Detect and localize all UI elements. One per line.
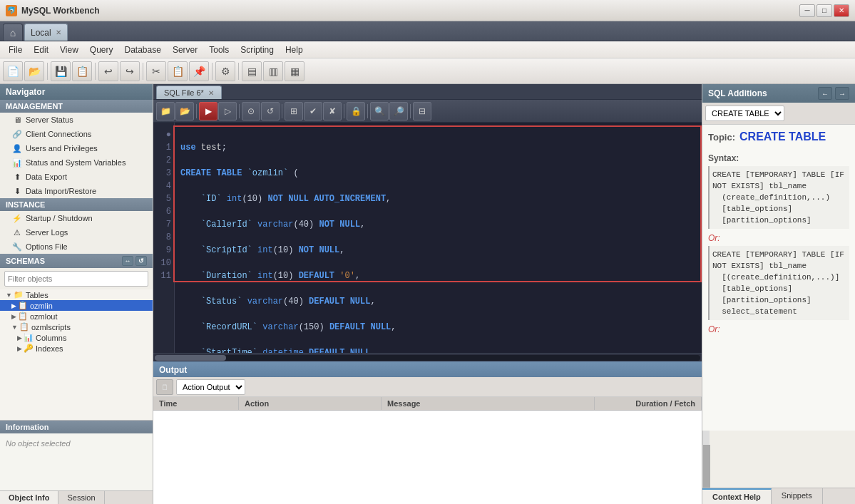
sql-table-btn[interactable]: ⊞ [285, 102, 303, 120]
tree-ozmlin[interactable]: ▶ 📋 ozmlin [0, 300, 153, 311]
users-icon: 👤 [11, 143, 23, 154]
tab-context-help[interactable]: Context Help [702, 488, 772, 504]
tree-ozmlout[interactable]: ▶ 📋 ozmlout [0, 311, 153, 322]
topic-title: CREATE TABLE [739, 130, 826, 143]
sql-commit-btn[interactable]: ✔ [304, 102, 322, 120]
menu-file[interactable]: File [3, 43, 28, 56]
export-icon: ⬆ [11, 171, 23, 182]
code-lines[interactable]: ●use test; CREATE TABLE `ozmlin` ( `ID` … [175, 123, 702, 353]
sql-find-btn[interactable]: 🔍 [370, 102, 389, 120]
toolbar-layout2[interactable]: ▥ [263, 61, 283, 81]
sql-sep-3 [282, 104, 282, 118]
app-title: MySQL Workbench [21, 6, 799, 16]
h-scroll-thumb[interactable] [155, 355, 226, 361]
code-content: ● 1 2 3 4 5 6 7 8 9 10 11 ●use test; CRE… [153, 123, 702, 353]
toolbar-undo[interactable]: ↩ [98, 61, 118, 81]
nav-fwd-btn[interactable]: → [835, 87, 849, 100]
right-scroll-thumb[interactable] [703, 445, 710, 488]
toolbar-layout1[interactable]: ▤ [242, 61, 262, 81]
col-time: Time [153, 397, 239, 410]
toolbar-copy[interactable]: 📋 [168, 61, 188, 81]
menu-server[interactable]: Server [167, 43, 203, 56]
nav-status-variables[interactable]: 📊 Status and System Variables [0, 155, 153, 170]
home-button[interactable]: ⌂ [3, 24, 23, 41]
nav-server-status[interactable]: 🖥 Server Status [0, 113, 153, 127]
menu-query[interactable]: Query [84, 43, 119, 56]
tree-ozmlscripts[interactable]: ▼ 📋 ozmlscripts [0, 322, 153, 332]
toolbar-redo[interactable]: ↪ [120, 61, 140, 81]
sql-auto-commit-btn[interactable]: 🔒 [347, 102, 365, 120]
topic-prefix: Topic: [708, 132, 735, 143]
instance-section: INSTANCE [0, 198, 153, 211]
topic-area: Topic: CREATE TABLE Syntax: CREATE [TEMP… [702, 125, 855, 431]
left-panel: Navigator MANAGEMENT 🖥 Server Status 🔗 C… [0, 84, 153, 504]
close-button[interactable]: ✕ [834, 4, 849, 17]
toolbar-cut[interactable]: ✂ [146, 61, 166, 81]
nav-back-btn[interactable]: ← [818, 87, 832, 100]
info-tab-session[interactable]: Session [58, 491, 104, 504]
title-bar: 🐬 MySQL Workbench ─ □ ✕ [0, 0, 855, 21]
maximize-button[interactable]: □ [816, 4, 832, 17]
menu-scripting[interactable]: Scripting [235, 43, 280, 56]
info-tabs: Object Info Session [0, 490, 153, 504]
nav-data-import[interactable]: ⬇ Data Import/Restore [0, 184, 153, 198]
sql-execute-sel-btn[interactable]: ▷ [218, 102, 237, 120]
status-icon: 📊 [11, 157, 23, 168]
minimize-button[interactable]: ─ [799, 4, 815, 17]
menu-view[interactable]: View [54, 43, 84, 56]
topic-dropdown[interactable]: CREATE TABLE [705, 106, 784, 121]
output-panel: Output 🗒 Action Output Time Action Messa… [153, 361, 702, 504]
nav-data-export[interactable]: ⬆ Data Export [0, 170, 153, 184]
nav-users-privileges[interactable]: 👤 Users and Privileges [0, 141, 153, 155]
sql-rollback-btn[interactable]: ✘ [323, 102, 342, 120]
local-tab-close[interactable]: ✕ [56, 29, 61, 36]
col-duration: Duration / Fetch [595, 397, 702, 410]
sql-side-btn[interactable]: ⊟ [413, 102, 431, 120]
nav-startup-shutdown[interactable]: ⚡ Startup / Shutdown [0, 211, 153, 225]
h-scrollbar[interactable] [153, 353, 702, 361]
right-panel-header: SQL Additions ← → [702, 84, 855, 103]
output-clear-btn[interactable]: 🗒 [156, 379, 173, 395]
sql-execute-btn[interactable]: ▶ [199, 102, 217, 120]
toolbar-sep-1 [47, 63, 48, 80]
menu-tools[interactable]: Tools [203, 43, 235, 56]
schemas-expand-icon[interactable]: ↔ [122, 256, 133, 266]
sql-back-btn[interactable]: ↺ [261, 102, 280, 120]
sql-new-tab-btn[interactable]: 📁 [156, 102, 175, 120]
tab-snippets[interactable]: Snippets [772, 488, 823, 504]
col-message: Message [382, 397, 595, 410]
toolbar-saveas[interactable]: 📋 [72, 61, 92, 81]
schema-tree: ▼ 📁 Tables ▶ 📋 ozmlin ▶ 📋 ozmlout ▼ 📋 oz… [0, 289, 153, 420]
right-scrollbar[interactable] [702, 431, 710, 488]
syntax-code-1: CREATE [TEMPORARY] TABLE [IF NOT EXISTS]… [708, 166, 849, 229]
toolbar-paste[interactable]: 📌 [189, 61, 209, 81]
toolbar-layout3[interactable]: ▦ [285, 61, 304, 81]
schemas-section: SCHEMAS ↔ ↺ [0, 254, 153, 268]
nav-options-file[interactable]: 🔧 Options File [0, 240, 153, 254]
nav-server-logs[interactable]: ⚠ Server Logs [0, 225, 153, 240]
toolbar-open[interactable]: 📂 [24, 61, 44, 81]
filter-input[interactable] [4, 271, 148, 287]
sql-file-tab[interactable]: SQL File 6* ✕ [156, 86, 222, 99]
nav-client-connections[interactable]: 🔗 Client Connections [0, 127, 153, 141]
sql-stop-btn[interactable]: ⊙ [242, 102, 260, 120]
local-tab[interactable]: Local ✕ [24, 24, 68, 41]
schemas-refresh-icon[interactable]: ↺ [135, 256, 147, 266]
toolbar-new[interactable]: 📄 [3, 61, 23, 81]
menu-edit[interactable]: Edit [28, 43, 54, 56]
sql-inspect-btn[interactable]: 🔎 [389, 102, 408, 120]
sql-open-btn[interactable]: 📂 [175, 102, 194, 120]
action-output-select[interactable]: Action Output [176, 379, 245, 395]
info-tab-object[interactable]: Object Info [0, 491, 58, 504]
toolbar-sep-4 [212, 63, 213, 80]
toolbar-save[interactable]: 💾 [51, 61, 71, 81]
tree-indexes[interactable]: ▶ 🔑 Indexes [0, 343, 153, 354]
tree-tables[interactable]: ▼ 📁 Tables [0, 289, 153, 300]
syntax-label: Syntax: [708, 153, 849, 163]
menu-help[interactable]: Help [280, 43, 309, 56]
startup-icon: ⚡ [11, 212, 23, 224]
sql-tab-close[interactable]: ✕ [208, 89, 214, 97]
menu-database[interactable]: Database [119, 43, 167, 56]
tree-columns[interactable]: ▶ 📊 Columns [0, 332, 153, 343]
toolbar-settings[interactable]: ⚙ [215, 61, 235, 81]
